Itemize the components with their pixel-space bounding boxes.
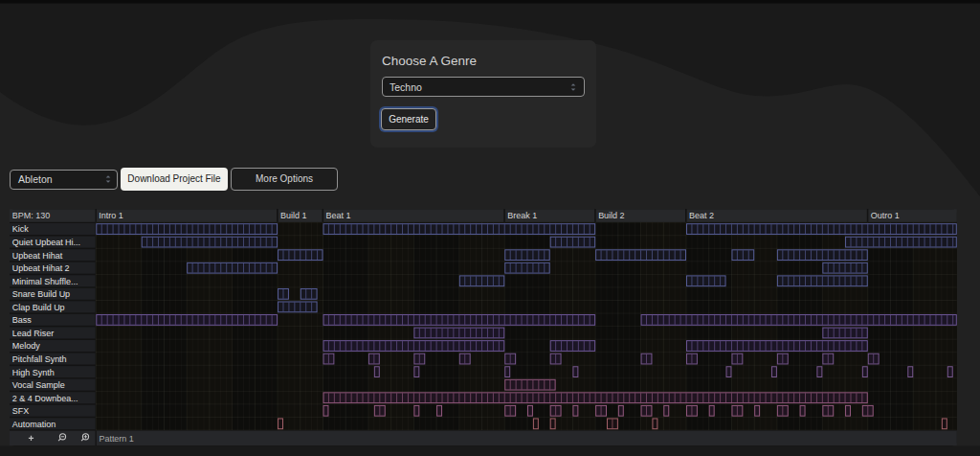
svg-text:Intro 1: Intro 1 [99,211,122,220]
svg-text:Build 1: Build 1 [280,211,306,220]
svg-text:Outro 1: Outro 1 [871,211,900,220]
svg-text:Break 1: Break 1 [507,211,537,220]
svg-text:2 & 4 Downbea...: 2 & 4 Downbea... [12,394,78,403]
svg-text:Kick: Kick [12,225,29,235]
svg-text:SFX: SFX [12,406,29,416]
svg-text:Clap Build Up: Clap Build Up [12,303,65,312]
svg-text:Beat 1: Beat 1 [325,211,350,220]
svg-text:Automation: Automation [12,420,56,429]
svg-text:Upbeat Hihat 2: Upbeat Hihat 2 [12,263,70,273]
svg-text:Vocal Sample: Vocal Sample [12,380,65,390]
svg-text:Melody: Melody [12,341,40,351]
svg-text:Minimal Shuffle...: Minimal Shuffle... [12,277,78,286]
svg-text:BPM: 130: BPM: 130 [12,211,50,220]
svg-text:Pitchfall Synth: Pitchfall Synth [12,354,67,364]
svg-text:Lead Riser: Lead Riser [12,329,54,338]
svg-text:Beat 2: Beat 2 [689,211,714,220]
svg-text:Build 2: Build 2 [598,211,624,220]
svg-text:Snare Build Up: Snare Build Up [12,289,70,299]
svg-text:Upbeat Hihat: Upbeat Hihat [12,251,63,261]
svg-text:Bass: Bass [12,315,32,325]
svg-text:High Synth: High Synth [12,368,55,377]
svg-text:Quiet Upbeat Hi...: Quiet Upbeat Hi... [12,238,80,247]
svg-text:Pattern 1: Pattern 1 [99,434,133,444]
